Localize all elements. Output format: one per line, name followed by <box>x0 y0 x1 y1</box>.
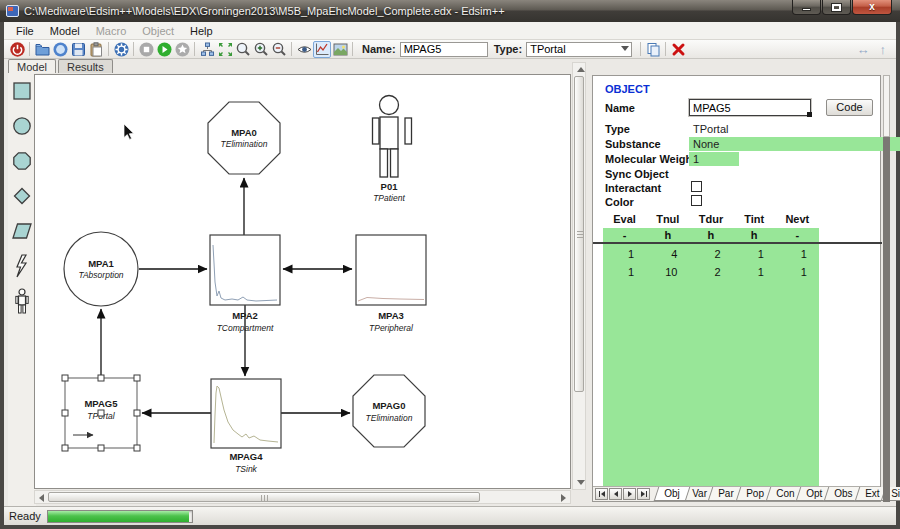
object-name-input[interactable] <box>689 99 811 116</box>
show-pictures-icon[interactable] <box>331 41 349 58</box>
cell[interactable]: 1 <box>603 248 646 260</box>
node-mpa1[interactable]: MPA1 TAbsorption <box>64 232 138 306</box>
scroll-up-icon[interactable] <box>577 67 585 72</box>
svg-text:P01: P01 <box>381 181 399 192</box>
star-icon[interactable] <box>173 41 191 58</box>
show-values-eye-icon[interactable] <box>295 41 313 58</box>
table-row[interactable]: 1 4 2 1 1 <box>603 248 819 260</box>
cell[interactable]: 1 <box>733 248 776 260</box>
prev-page-icon[interactable] <box>609 488 622 500</box>
inspector-scroll-thumb[interactable] <box>883 75 890 137</box>
menubar: File Model Macro Object Help <box>4 22 896 40</box>
show-charts-icon[interactable] <box>313 41 331 58</box>
progress-bar <box>47 510 193 523</box>
object-tree-icon[interactable] <box>198 41 216 58</box>
node-mpa0[interactable]: MPA0 TElimination <box>208 102 280 174</box>
menu-model[interactable]: Model <box>42 23 88 39</box>
horizontal-scroll-thumb[interactable] <box>48 492 480 502</box>
color-checkbox[interactable] <box>691 195 702 206</box>
maximize-button[interactable] <box>822 0 851 15</box>
code-button[interactable]: Code <box>826 99 873 116</box>
name-input[interactable] <box>400 42 488 57</box>
close-button[interactable]: x <box>852 0 892 15</box>
stop-icon[interactable] <box>137 41 155 58</box>
close-icon: x <box>869 2 875 12</box>
inspector-tabbar: Obj Var Par Pop Con Opt Obs Ext Sim Fit … <box>593 486 880 501</box>
zoom-out-icon[interactable] <box>270 41 288 58</box>
cell[interactable]: 2 <box>689 248 732 260</box>
canvas-vertical-scrollbar[interactable] <box>572 62 586 490</box>
cell[interactable]: 1 <box>603 266 646 278</box>
table-divider <box>593 242 882 244</box>
inspector-scrollbar[interactable] <box>883 75 890 502</box>
paste-icon[interactable] <box>87 41 105 58</box>
table-data-area[interactable]: - h h h - 1 4 2 1 1 1 10 2 1 1 <box>603 228 819 488</box>
node-p01[interactable]: P01 TPatient <box>373 96 412 204</box>
zoom-in-icon[interactable] <box>252 41 270 58</box>
fit-view-icon[interactable] <box>216 41 234 58</box>
dock-up-icon[interactable]: ↑ <box>880 43 887 56</box>
cell[interactable]: 4 <box>646 248 689 260</box>
cell[interactable]: 2 <box>689 266 732 278</box>
menu-file[interactable]: File <box>8 23 42 39</box>
tab-model[interactable]: Model <box>8 59 56 73</box>
tab-obj[interactable]: Obj <box>654 487 690 501</box>
molecular-weight-value[interactable]: 1 <box>689 152 739 166</box>
type-combo[interactable]: TPortal <box>526 42 632 57</box>
cell[interactable]: 1 <box>776 266 819 278</box>
event-lightning-icon[interactable] <box>11 255 33 277</box>
node-mpa3[interactable]: MPA3 TPeripheral <box>356 235 426 333</box>
minimize-button[interactable] <box>792 0 821 15</box>
node-mpag0[interactable]: MPAG0 TElimination <box>353 375 425 447</box>
cell[interactable]: 10 <box>646 266 689 278</box>
run-play-icon[interactable] <box>155 41 173 58</box>
app-icon <box>6 5 19 17</box>
compartment-square-icon[interactable] <box>11 80 33 102</box>
patient-person-icon[interactable] <box>11 290 33 312</box>
cell[interactable]: 1 <box>776 248 819 260</box>
interactant-checkbox[interactable] <box>691 181 702 192</box>
separator <box>291 42 292 56</box>
model-canvas[interactable]: MPA0 TElimination P01 TPatient MPA1 TAbs… <box>34 74 571 489</box>
vertical-scroll-thumb[interactable] <box>574 76 584 392</box>
svg-text:TPeripheral: TPeripheral <box>369 323 414 333</box>
elimination-octagon-icon[interactable] <box>11 150 33 172</box>
next-page-icon[interactable] <box>623 488 636 500</box>
name-field-label: Name <box>605 102 635 114</box>
diamond-icon[interactable] <box>11 185 33 207</box>
cell[interactable]: 1 <box>733 266 776 278</box>
status-text: Ready <box>9 510 41 522</box>
unit-cell: - <box>776 229 819 241</box>
copy-icon[interactable] <box>644 41 662 58</box>
open-icon[interactable] <box>33 41 51 58</box>
canvas-horizontal-scrollbar[interactable] <box>34 490 571 504</box>
scroll-left-icon[interactable] <box>39 494 44 502</box>
dock-horizontal-icon[interactable]: ↔ <box>857 43 870 56</box>
save-icon[interactable] <box>69 41 87 58</box>
new-icon[interactable] <box>51 41 69 58</box>
scroll-right-icon[interactable] <box>561 494 566 502</box>
last-page-icon[interactable] <box>637 488 650 500</box>
substance-field-value[interactable]: None <box>689 137 900 151</box>
column-header: Tint <box>733 213 776 225</box>
scroll-down-icon[interactable] <box>577 480 585 485</box>
power-off-icon[interactable] <box>8 41 26 58</box>
parallelogram-icon[interactable] <box>11 220 33 242</box>
substance-field-label: Substance <box>605 138 661 150</box>
zoom-icon[interactable] <box>234 41 252 58</box>
separator <box>352 42 353 56</box>
table-units-row: - h h h - <box>603 228 819 241</box>
model-diagram: MPA0 TElimination P01 TPatient MPA1 TAbs… <box>35 75 571 489</box>
menu-help[interactable]: Help <box>182 23 221 39</box>
node-mpag4[interactable]: MPAG4 TSink <box>211 379 281 474</box>
table-row[interactable]: 1 10 2 1 1 <box>603 266 819 278</box>
delete-icon[interactable] <box>669 41 687 58</box>
settings-gear-icon[interactable] <box>112 41 130 58</box>
column-header: Nevt <box>776 213 819 225</box>
first-page-icon[interactable] <box>595 488 608 500</box>
tab-results[interactable]: Results <box>58 59 113 73</box>
input-resize-handle[interactable] <box>807 112 812 117</box>
node-mpa2[interactable]: MPA2 TCompartment <box>210 235 280 333</box>
absorption-circle-icon[interactable] <box>11 115 33 137</box>
node-mpag5[interactable]: MPAG5 TPortal <box>62 375 140 451</box>
